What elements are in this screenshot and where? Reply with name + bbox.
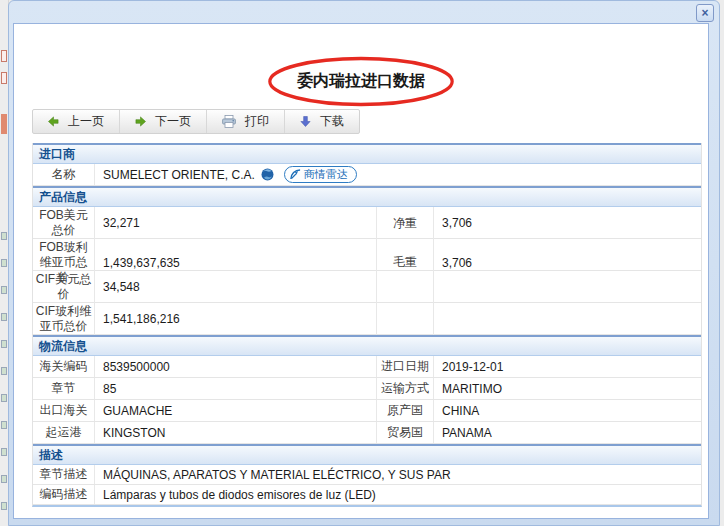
import-record-table: 进口商 名称 SUMELECT ORIENTE, C.A. (32, 143, 702, 507)
table-row: 章节 85 运输方式 MARITIMO (33, 378, 701, 400)
row-value: 32,271 (95, 207, 376, 239)
row-value: CHINA (434, 400, 701, 421)
background-row-icon (1, 259, 7, 267)
section-header-importer: 进口商 (33, 143, 701, 164)
importer-name: SUMELECT ORIENTE, C.A. (103, 168, 255, 182)
prev-page-button[interactable]: 上一页 (33, 110, 120, 133)
row-label: 出口海关 (33, 400, 95, 421)
row-label: CIF玻利维亚币总价 (33, 303, 95, 335)
background-fragment (1, 50, 7, 62)
row-value: PANAMA (434, 422, 701, 443)
row-label: 章节描述 (33, 465, 95, 484)
table-row: 出口海关 GUAMACHE 原产国 CHINA (33, 400, 701, 422)
background-row-icon (1, 394, 7, 402)
row-value (434, 303, 701, 335)
row-value: 1,541,186,216 (95, 303, 376, 335)
close-icon[interactable]: × (696, 4, 714, 22)
table-row: CIF美元总价 34,548 (33, 271, 701, 303)
table-row: 海关编码 8539500000 进口日期 2019-12-01 (33, 356, 701, 378)
table-row: 编码描述 Lámparas y tubos de diodos emisores… (33, 485, 701, 505)
background-row-icon (1, 340, 7, 348)
page-title: 委内瑞拉进口数据 (297, 72, 425, 89)
row-label: 进口日期 (376, 356, 434, 377)
section-header-description: 描述 (33, 444, 701, 465)
row-label: 章节 (33, 378, 95, 399)
row-label: 起运港 (33, 422, 95, 443)
row-label (376, 303, 434, 335)
business-radar-badge[interactable]: 商情雷达 (284, 166, 357, 183)
row-label: FOB美元总价 (33, 207, 95, 239)
window-body: 委内瑞拉进口数据 上一页 下一页 (13, 23, 709, 519)
row-label: 编码描述 (33, 485, 95, 504)
next-page-label: 下一页 (155, 113, 191, 130)
row-value: 85 (95, 378, 376, 399)
row-value (434, 271, 701, 303)
section-header-product: 产品信息 (33, 186, 701, 207)
green-right-arrow-icon (135, 116, 146, 127)
background-fragment (1, 72, 7, 84)
print-button[interactable]: 打印 (207, 110, 285, 133)
green-left-arrow-icon (48, 116, 59, 127)
globe-icon[interactable] (261, 168, 274, 181)
row-value: 8539500000 (95, 356, 376, 377)
title-box: 委内瑞拉进口数据 (14, 56, 708, 107)
row-value: 3,706 (434, 207, 701, 239)
table-row: 名称 SUMELECT ORIENTE, C.A. (33, 164, 701, 186)
row-value: KINGSTON (95, 422, 376, 443)
row-label: 贸易国 (376, 422, 434, 443)
table-row: 起运港 KINGSTON 贸易国 PANAMA (33, 422, 701, 444)
radar-icon (290, 169, 301, 180)
import-data-window: × 委内瑞拉进口数据 上一页 下一页 (8, 0, 720, 526)
row-label: 名称 (33, 164, 95, 185)
background-row-icon (1, 313, 7, 321)
print-label: 打印 (245, 113, 269, 130)
radar-badge-label: 商情雷达 (304, 167, 348, 182)
next-page-button[interactable]: 下一页 (120, 110, 207, 133)
table-row: FOB玻利维亚币总价 1,439,637,635 毛重 3,706 (33, 239, 701, 271)
section-header-logistics: 物流信息 (33, 335, 701, 356)
prev-page-label: 上一页 (68, 113, 104, 130)
download-button[interactable]: 下载 (285, 110, 359, 133)
row-value: 2019-12-01 (434, 356, 701, 377)
row-value: MÁQUINAS, APARATOS Y MATERIAL ELÉCTRICO,… (95, 465, 701, 484)
row-value: 34,548 (95, 271, 376, 303)
table-row: CIF玻利维亚币总价 1,541,186,216 (33, 303, 701, 335)
printer-icon (222, 115, 236, 128)
background-row-icon (1, 448, 7, 456)
background-row-icon (1, 475, 7, 483)
row-value: Lámparas y tubos de diodos emisores de l… (95, 485, 701, 504)
row-label: 原产国 (376, 400, 434, 421)
background-fragment (1, 114, 7, 134)
row-value: GUAMACHE (95, 400, 376, 421)
toolbar: 上一页 下一页 打印 (32, 109, 360, 134)
background-row-icon (1, 502, 7, 510)
row-value: MARITIMO (434, 378, 701, 399)
row-label: 净重 (376, 207, 434, 239)
window-titlebar: × (9, 1, 719, 23)
row-label: 海关编码 (33, 356, 95, 377)
row-label: 运输方式 (376, 378, 434, 399)
background-row-icon (1, 232, 7, 240)
background-row-icon (1, 286, 7, 294)
row-label (376, 271, 434, 303)
background-row-icon (1, 367, 7, 375)
background-row-icon (1, 421, 7, 429)
table-row: 章节描述 MÁQUINAS, APARATOS Y MATERIAL ELÉCT… (33, 465, 701, 485)
download-label: 下载 (320, 113, 344, 130)
blue-down-arrow-icon (300, 116, 311, 127)
table-row: FOB美元总价 32,271 净重 3,706 (33, 207, 701, 239)
row-value: SUMELECT ORIENTE, C.A. (95, 164, 701, 185)
row-label: CIF美元总价 (33, 271, 95, 303)
